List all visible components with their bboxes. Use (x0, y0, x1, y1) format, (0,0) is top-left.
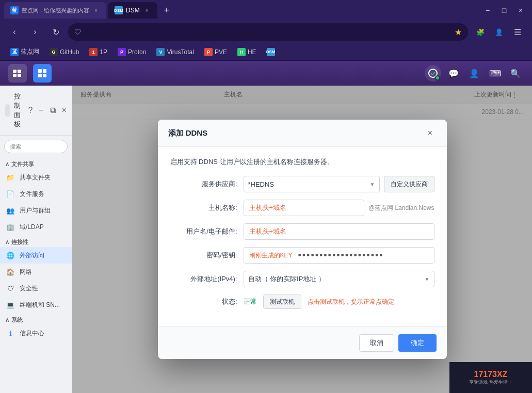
back-button[interactable]: ‹ (6, 24, 23, 40)
dsm-search-icon[interactable]: 🔍 (507, 65, 524, 81)
hostname-input-display[interactable]: 主机头+域名 (244, 200, 364, 216)
bm5-favicon: V (156, 48, 165, 56)
panel-restore[interactable]: ⧉ (50, 106, 56, 115)
address-bar[interactable]: 🛡 ★ (68, 23, 468, 41)
profile-button[interactable]: 👤 (491, 24, 507, 40)
hostname-control: 主机头+域名 @蓝点网 Landian.News (244, 200, 434, 216)
status-display: 正常 测试联机 点击测试联机，提示正常点确定 (244, 294, 394, 309)
bookmark-proton[interactable]: P Proton (114, 46, 150, 58)
external-ip-label: 外部地址(IPv4): (170, 274, 237, 284)
shared-folders-icon: 📁 (5, 172, 15, 183)
refresh-button[interactable]: ↻ (47, 24, 64, 40)
star-icon: ★ (455, 27, 462, 37)
panel-help[interactable]: ? (28, 106, 33, 115)
bm4-favicon: P (118, 48, 126, 56)
bookmark-github[interactable]: G GitHub (45, 46, 83, 58)
tab1-label: 蓝点网 - 给你感兴趣的内容 (22, 7, 89, 14)
dsm-user-icon[interactable]: 👤 (466, 65, 482, 81)
bookmarks-bar: 蓝 蓝点网 G GitHub 1 1P P Proton V VirusTota… (0, 43, 532, 61)
file-services-icon: 📄 (5, 189, 15, 199)
hostname-placeholder: 主机头+域名 (249, 203, 287, 212)
tab-1[interactable]: 蓝 蓝点网 - 给你感兴趣的内容 × (4, 2, 106, 19)
dsm-active-app-icon (33, 64, 52, 83)
sidebar-search-input[interactable] (4, 140, 68, 153)
watermark-brand: 17173XZ (469, 370, 512, 379)
svg-rect-2 (13, 74, 17, 77)
sidebar-item-domain[interactable]: 🏢 域/LDAP (0, 219, 72, 235)
extensions-button[interactable]: 🧩 (472, 24, 489, 40)
password-input-display[interactable]: 刚刚生成的KEY •••••••••••••••••••• (244, 247, 434, 264)
status-control: 正常 测试联机 点击测试联机，提示正常点确定 (244, 294, 434, 309)
browser-titlebar: 蓝 蓝点网 - 给你感兴趣的内容 × DSM DSM × + − □ × (0, 0, 532, 21)
bookmark-1p[interactable]: 1 1P (85, 46, 111, 58)
sidebar-item-shared-folders[interactable]: 📁 共享文件夹 (0, 169, 72, 186)
bookmark-landian[interactable]: 蓝 蓝点网 (6, 46, 43, 58)
minimize-button[interactable]: − (480, 3, 495, 18)
chevron-down-icon-2: ▼ (425, 276, 430, 282)
provider-label: 服务供应商: (170, 179, 237, 189)
toolbar-right: 🧩 👤 ☰ (472, 24, 526, 40)
bookmark-he[interactable]: H HE (233, 46, 261, 58)
hostname-label: 主机名称: (170, 203, 237, 212)
tab1-close[interactable]: × (92, 6, 100, 14)
section-system: ∧ 系统 (0, 313, 72, 325)
sidebar-item-terminal[interactable]: 💻 终端机和 SN... (0, 297, 72, 313)
security-icon: 🛡 (5, 283, 15, 293)
provider-select[interactable]: *HEDNS ▼ (244, 176, 380, 192)
custom-provider-button[interactable]: 自定义供应商 (384, 176, 434, 192)
browser-chrome: 蓝 蓝点网 - 给你感兴趣的内容 × DSM DSM × + − □ × (0, 0, 532, 61)
dialog-footer: 取消 确定 (158, 326, 447, 359)
dialog-close-button[interactable]: × (424, 127, 437, 139)
maximize-button[interactable]: □ (497, 3, 511, 18)
svg-rect-0 (13, 70, 17, 73)
dsm-apps-button[interactable] (8, 64, 27, 83)
status-hint: 点击测试联机，提示正常点确定 (308, 298, 394, 306)
svg-rect-4 (38, 69, 42, 73)
sidebar-item-file-services[interactable]: 📄 文件服务 (0, 186, 72, 202)
test-connection-button[interactable]: 测试联机 (263, 294, 301, 309)
menu-button[interactable]: ☰ (509, 24, 526, 40)
sidebar-item-network[interactable]: 🏠 网络 (0, 264, 72, 280)
username-control: 主机头+域名 (244, 223, 434, 240)
cancel-button[interactable]: 取消 (359, 334, 394, 352)
sidebar-item-user-groups[interactable]: 👥 用户与群组 (0, 202, 72, 219)
tab2-label: DSM (126, 7, 140, 14)
dsm-content: 控制面板 ? − ⧉ × ∧ 文件共享 📁 共享文件夹 📄 文件服务 (0, 86, 532, 393)
dialog-header: 添加 DDNS × (158, 120, 447, 147)
close-button[interactable]: × (513, 3, 528, 18)
username-input-display[interactable]: 主机头+域名 (244, 223, 434, 240)
panel-title: 控制面板 (14, 92, 24, 129)
dsm-main: 服务提供商 主机名 上次更新时间 ⋮ 2023-01-28 0... 添加 (72, 86, 532, 393)
confirm-button[interactable]: 确定 (398, 334, 437, 352)
tab1-favicon: 蓝 (10, 6, 19, 14)
new-tab-button[interactable]: + (159, 3, 174, 18)
dsm-status-icon[interactable] (425, 65, 441, 81)
window-controls: − □ × (480, 3, 528, 18)
dsm-message-icon[interactable]: 💬 (445, 65, 462, 81)
dsm-keyboard-icon[interactable]: ⌨ (487, 65, 503, 81)
panel-icon (5, 104, 10, 117)
modal-overlay: 添加 DDNS × 启用支持 DDNS 让用户以注册的主机名称连接服务器。 服务… (72, 86, 532, 393)
shield-icon: 🛡 (74, 28, 82, 36)
sidebar-item-security[interactable]: 🛡 安全性 (0, 280, 72, 297)
bookmark-dsm[interactable]: DSM (263, 46, 279, 58)
tab-2[interactable]: DSM DSM × (108, 2, 157, 19)
sidebar-header: 控制面板 ? − ⧉ × (0, 86, 72, 136)
panel-minimize[interactable]: − (39, 106, 43, 115)
sidebar-item-info-center[interactable]: ℹ 信息中心 (0, 325, 72, 341)
sidebar-item-external-access[interactable]: 🌐 外部访问 (0, 247, 72, 264)
forward-button[interactable]: › (27, 24, 43, 40)
tab2-close[interactable]: × (143, 6, 151, 14)
section-file-sharing: ∧ 文件共享 (0, 157, 72, 169)
password-label: 密码/密钥: (170, 251, 237, 260)
section-connectivity: ∧ 连接性 (0, 235, 72, 247)
password-hint: 刚刚生成的KEY (249, 251, 293, 260)
bookmark-pve[interactable]: P PVE (200, 46, 231, 58)
panel-close[interactable]: × (62, 106, 67, 115)
password-control: 刚刚生成的KEY •••••••••••••••••••• (244, 247, 434, 264)
hostname-row: 主机名称: 主机头+域名 @蓝点网 Landian.News (170, 200, 434, 216)
external-ip-select[interactable]: 自动（ 你的实际IP地址 ） ▼ (244, 271, 434, 287)
password-dots: •••••••••••••••••••• (298, 250, 384, 261)
bookmark-virustotal[interactable]: V VirusTotal (152, 46, 198, 58)
svg-rect-5 (43, 69, 46, 73)
